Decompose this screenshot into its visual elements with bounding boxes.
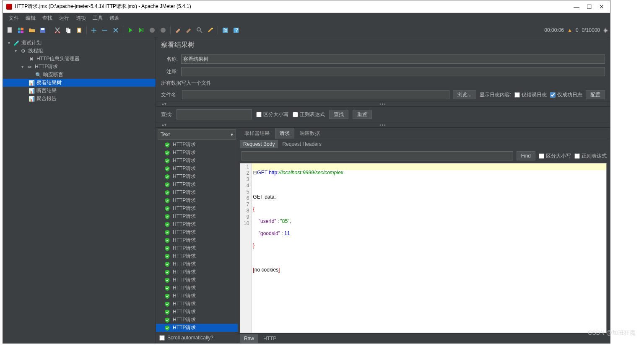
bottom-tab-raw[interactable]: Raw: [240, 334, 258, 343]
tab-request[interactable]: 请求: [275, 128, 294, 139]
menu-options[interactable]: 选项: [73, 14, 88, 23]
result-item[interactable]: HTTP请求: [156, 204, 238, 212]
browse-button[interactable]: 浏览...: [453, 90, 476, 99]
find-input[interactable]: [242, 151, 513, 160]
result-item[interactable]: HTTP请求: [156, 157, 238, 165]
renderer-combo[interactable]: Text▾: [158, 129, 236, 140]
tab-sampler[interactable]: 取样器结果: [240, 128, 274, 139]
svg-rect-10: [67, 29, 70, 33]
tab-response[interactable]: 响应数据: [295, 128, 325, 139]
result-item[interactable]: HTTP请求: [156, 220, 238, 228]
menu-run[interactable]: 运行: [57, 14, 72, 23]
new-icon[interactable]: [5, 26, 15, 35]
tree-header-manager[interactable]: ✖HTTP信息头管理器: [3, 55, 156, 63]
search-icon[interactable]: [195, 26, 204, 35]
menu-help[interactable]: 帮助: [107, 14, 122, 23]
tree-response-assert[interactable]: 🔍响应断言: [3, 71, 156, 79]
close-button[interactable]: ✕: [599, 4, 604, 9]
warning-icon[interactable]: ▲: [567, 27, 572, 33]
tree-http-request[interactable]: ▾✏HTTP请求: [3, 63, 156, 71]
bottom-tab-http[interactable]: HTTP: [259, 334, 280, 343]
configure-button[interactable]: 配置: [586, 90, 605, 99]
expand-icon[interactable]: [89, 26, 99, 35]
result-item[interactable]: HTTP请求: [156, 212, 238, 220]
menu-edit[interactable]: 编辑: [23, 14, 38, 23]
start-no-pause-icon[interactable]: [137, 26, 146, 35]
window-title: HTTP请求.jmx (D:\apache-jmeter-5.4.1\HTTP请…: [15, 3, 574, 10]
only-success-checkbox[interactable]: 仅成功日志: [550, 91, 582, 98]
subtab-body[interactable]: Request Body: [240, 140, 278, 148]
start-icon[interactable]: [126, 26, 135, 35]
result-item[interactable]: HTTP请求: [156, 173, 238, 181]
result-item[interactable]: HTTP请求: [156, 228, 238, 236]
tree-test-plan[interactable]: ▾🧪测试计划: [3, 39, 156, 47]
find-regex-checkbox[interactable]: 正则表达式: [574, 153, 607, 160]
file-label: 文件名: [161, 91, 179, 98]
help-icon[interactable]: ?: [231, 26, 241, 35]
tree-assertion-results[interactable]: 📊断言结果: [3, 87, 156, 95]
menu-tools[interactable]: 工具: [90, 14, 105, 23]
code-viewer[interactable]: 12345678910 ⊟GET http://localhost:9999/s…: [240, 163, 607, 333]
result-item[interactable]: HTTP请求: [156, 252, 238, 260]
menu-search[interactable]: 查找: [40, 14, 55, 23]
results-list[interactable]: HTTP请求HTTP请求HTTP请求HTTP请求HTTP请求HTTP请求HTTP…: [156, 141, 238, 332]
reset-search-icon[interactable]: [206, 26, 215, 35]
result-item[interactable]: HTTP请求: [156, 292, 238, 300]
collapse-bar-1[interactable]: ▲▼•••: [156, 101, 610, 107]
result-item[interactable]: HTTP请求: [156, 260, 238, 268]
collapse-bar-2[interactable]: ▲▼•••: [156, 122, 610, 128]
watermark: CSDN @加班狂魔: [588, 329, 636, 337]
test-plan-tree[interactable]: ▾🧪测试计划 ▾⚙线程组 ✖HTTP信息头管理器 ▾✏HTTP请求 🔍响应断言 …: [3, 37, 156, 343]
open-icon[interactable]: [27, 26, 36, 35]
paste-icon[interactable]: [75, 26, 84, 35]
only-errors-checkbox[interactable]: 仅错误日志: [514, 91, 547, 98]
search-regex-checkbox[interactable]: 正则表达式: [293, 111, 325, 118]
tree-aggregate-report[interactable]: 📊聚合报告: [3, 95, 156, 103]
result-item[interactable]: HTTP请求: [156, 189, 238, 197]
find-case-checkbox[interactable]: 区分大小写: [539, 153, 571, 160]
scroll-auto-checkbox[interactable]: Scroll automatically?: [156, 332, 238, 343]
clear-icon[interactable]: [173, 26, 182, 35]
minimize-button[interactable]: —: [574, 4, 579, 9]
clear-all-icon[interactable]: [184, 26, 193, 35]
result-item[interactable]: HTTP请求: [156, 276, 238, 284]
filename-input[interactable]: [182, 90, 449, 99]
search-input[interactable]: [177, 109, 252, 119]
subtab-headers[interactable]: Request Headers: [279, 140, 325, 148]
collapse-icon[interactable]: [100, 26, 109, 35]
stop-icon[interactable]: [148, 26, 157, 35]
maximize-button[interactable]: ☐: [587, 4, 592, 9]
result-item[interactable]: HTTP请求: [156, 244, 238, 252]
templates-icon[interactable]: [16, 26, 26, 35]
result-item[interactable]: HTTP请求: [156, 165, 238, 173]
svg-rect-12: [78, 28, 80, 32]
result-item[interactable]: HTTP请求: [156, 236, 238, 244]
cut-icon[interactable]: [53, 26, 62, 35]
tree-view-results[interactable]: 📊察看结果树: [3, 79, 156, 87]
result-item[interactable]: HTTP请求: [156, 181, 238, 189]
result-item[interactable]: HTTP请求: [156, 324, 238, 332]
name-input[interactable]: [181, 54, 605, 64]
reset-button[interactable]: 重置: [353, 110, 372, 119]
shutdown-icon[interactable]: [158, 26, 168, 35]
toggle-icon[interactable]: [111, 26, 120, 35]
result-item[interactable]: HTTP请求: [156, 308, 238, 316]
result-item[interactable]: HTTP请求: [156, 268, 238, 276]
tree-thread-group[interactable]: ▾⚙线程组: [3, 47, 156, 55]
save-icon[interactable]: [38, 26, 47, 35]
window-controls: — ☐ ✕: [574, 4, 607, 9]
result-item[interactable]: HTTP请求: [156, 149, 238, 157]
result-item[interactable]: HTTP请求: [156, 300, 238, 308]
search-case-checkbox[interactable]: 区分大小写: [256, 111, 288, 118]
results-panel: Text▾ HTTP请求HTTP请求HTTP请求HTTP请求HTTP请求HTTP…: [156, 128, 238, 343]
function-icon[interactable]: fx: [221, 26, 230, 35]
search-button[interactable]: 查找: [329, 110, 348, 119]
find-button[interactable]: Find: [517, 151, 535, 160]
result-item[interactable]: HTTP请求: [156, 316, 238, 324]
comment-input[interactable]: [181, 67, 605, 76]
menu-file[interactable]: 文件: [6, 14, 21, 23]
copy-icon[interactable]: [64, 26, 73, 35]
result-item[interactable]: HTTP请求: [156, 197, 238, 204]
result-item[interactable]: HTTP请求: [156, 141, 238, 149]
result-item[interactable]: HTTP请求: [156, 284, 238, 292]
